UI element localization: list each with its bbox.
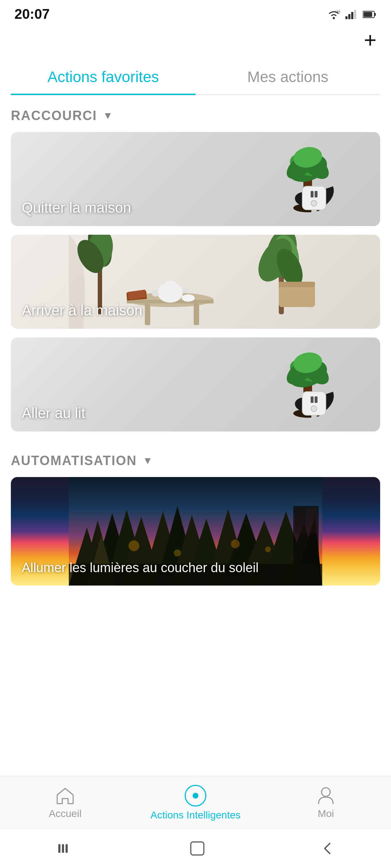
nav-moi[interactable]: Moi <box>261 786 391 820</box>
tab-mes-actions[interactable]: Mes actions <box>196 58 380 94</box>
svg-rect-4 <box>351 12 353 19</box>
person-icon <box>316 786 335 805</box>
wifi-icon: Vo) <box>327 9 341 20</box>
svg-point-79 <box>265 546 271 552</box>
svg-rect-27 <box>145 303 150 325</box>
svg-rect-83 <box>66 844 68 853</box>
svg-rect-84 <box>191 842 204 855</box>
smart-plug-1 <box>300 184 328 215</box>
nav-actions-intelligentes[interactable]: Actions Intelligentes <box>130 785 261 821</box>
svg-rect-75 <box>307 508 317 533</box>
raccourci-title: RACCOURCI <box>11 108 97 123</box>
nav-actions-ring <box>185 785 206 807</box>
home-button[interactable] <box>189 840 206 857</box>
card-quitter[interactable]: Quitter la maison <box>11 132 380 226</box>
back-icon <box>320 840 334 857</box>
status-time: 20:07 <box>14 7 50 22</box>
svg-rect-82 <box>62 844 64 853</box>
battery-icon <box>363 10 377 18</box>
home-icon <box>55 786 75 805</box>
svg-point-76 <box>129 540 139 551</box>
svg-point-31 <box>182 294 195 302</box>
card-arriver-label: Arriver à la maison <box>22 302 142 319</box>
svg-rect-39 <box>279 285 315 307</box>
automatisation-title: AUTOMATISATION <box>11 453 137 468</box>
svg-rect-74 <box>295 508 305 533</box>
svg-point-80 <box>321 788 330 796</box>
automatisation-chevron: ▼ <box>143 455 153 467</box>
home-sys-icon <box>189 840 206 857</box>
header-bar: + <box>0 26 391 55</box>
card-quitter-label: Quitter la maison <box>22 200 131 216</box>
tab-actions-favorites[interactable]: Actions favorites <box>11 58 196 94</box>
svg-point-19 <box>311 200 317 206</box>
back-button[interactable] <box>320 840 334 857</box>
card-soleil-label: Allumer les lumières au coucher du solei… <box>22 560 258 575</box>
raccourci-chevron: ▼ <box>103 110 113 122</box>
status-bar: 20:07 Vo) <box>0 0 391 26</box>
nav-accueil[interactable]: Accueil <box>0 786 130 820</box>
card-arriver[interactable]: Arriver à la maison <box>11 235 380 329</box>
svg-rect-81 <box>58 844 60 853</box>
svg-point-0 <box>333 17 335 19</box>
svg-point-78 <box>231 540 240 548</box>
svg-rect-40 <box>279 282 315 287</box>
tabs: Actions favorites Mes actions <box>11 58 380 95</box>
svg-rect-18 <box>315 191 318 197</box>
card-soleil[interactable]: Allumer les lumières au coucher du solei… <box>11 477 380 586</box>
svg-rect-5 <box>354 10 356 19</box>
svg-rect-8 <box>363 12 372 17</box>
system-navigation-bar <box>0 828 391 868</box>
svg-rect-49 <box>311 396 314 403</box>
svg-rect-50 <box>315 396 318 403</box>
svg-point-30 <box>165 281 176 286</box>
recent-apps-icon <box>57 841 75 856</box>
nav-accueil-label: Accueil <box>49 808 81 820</box>
nav-moi-label: Moi <box>318 808 334 820</box>
svg-text:Vo): Vo) <box>335 10 340 13</box>
svg-rect-7 <box>374 13 376 16</box>
card-lit-label: Aller au lit <box>22 405 85 421</box>
recent-apps-button[interactable] <box>57 841 75 856</box>
svg-rect-3 <box>348 14 350 19</box>
raccourci-section-header[interactable]: RACCOURCI ▼ <box>11 95 380 132</box>
svg-rect-17 <box>311 191 314 197</box>
main-content: RACCOURCI ▼ Quitter la maison <box>0 95 391 790</box>
bottom-navigation: Accueil Actions Intelligentes Moi <box>0 776 391 828</box>
card-lit[interactable]: Aller au lit <box>11 337 380 431</box>
nav-actions-dot <box>193 793 198 799</box>
svg-rect-28 <box>194 303 199 325</box>
status-icons: Vo) <box>327 9 377 20</box>
signal-icon <box>345 9 358 20</box>
svg-rect-20 <box>311 210 317 214</box>
svg-rect-52 <box>311 415 317 420</box>
svg-point-77 <box>174 549 181 557</box>
svg-rect-2 <box>345 16 348 19</box>
automatisation-section-header[interactable]: AUTOMATISATION ▼ <box>11 440 380 477</box>
nav-actions-label: Actions Intelligentes <box>150 809 240 821</box>
add-button[interactable]: + <box>364 29 377 51</box>
smart-plug-3 <box>300 390 328 421</box>
svg-point-51 <box>311 406 317 412</box>
